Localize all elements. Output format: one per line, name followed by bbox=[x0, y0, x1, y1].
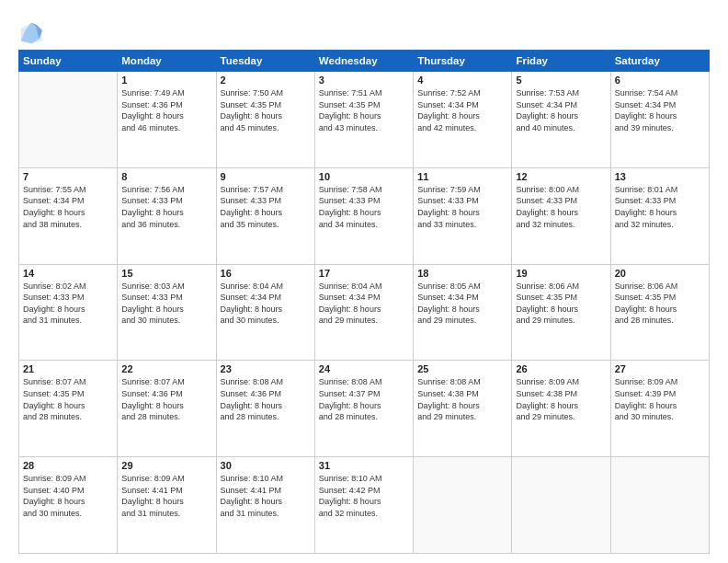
day-info: Sunrise: 8:01 AM Sunset: 4:33 PM Dayligh… bbox=[615, 184, 705, 230]
day-info: Sunrise: 7:53 AM Sunset: 4:34 PM Dayligh… bbox=[516, 87, 606, 133]
calendar-week-row: 21Sunrise: 8:07 AM Sunset: 4:35 PM Dayli… bbox=[19, 361, 710, 457]
day-info: Sunrise: 8:08 AM Sunset: 4:38 PM Dayligh… bbox=[417, 376, 507, 422]
day-info: Sunrise: 8:05 AM Sunset: 4:34 PM Dayligh… bbox=[417, 281, 507, 327]
day-info: Sunrise: 7:56 AM Sunset: 4:33 PM Dayligh… bbox=[121, 184, 211, 230]
calendar-cell: 29Sunrise: 8:09 AM Sunset: 4:41 PM Dayli… bbox=[118, 457, 216, 554]
calendar-table: SundayMondayTuesdayWednesdayThursdayFrid… bbox=[18, 50, 710, 554]
calendar-cell: 5Sunrise: 7:53 AM Sunset: 4:34 PM Daylig… bbox=[512, 72, 610, 168]
day-info: Sunrise: 8:10 AM Sunset: 4:41 PM Dayligh… bbox=[221, 473, 311, 519]
calendar-cell: 23Sunrise: 8:08 AM Sunset: 4:36 PM Dayli… bbox=[216, 361, 314, 457]
day-info: Sunrise: 7:51 AM Sunset: 4:35 PM Dayligh… bbox=[319, 87, 409, 133]
day-number: 1 bbox=[121, 75, 211, 86]
day-number: 31 bbox=[319, 460, 409, 471]
day-info: Sunrise: 7:58 AM Sunset: 4:33 PM Dayligh… bbox=[319, 184, 409, 230]
day-number: 12 bbox=[516, 171, 606, 182]
weekday-header: Friday bbox=[512, 51, 610, 72]
day-number: 30 bbox=[221, 460, 311, 471]
calendar-cell bbox=[414, 457, 512, 554]
day-number: 9 bbox=[221, 171, 311, 182]
calendar-cell: 12Sunrise: 8:00 AM Sunset: 4:33 PM Dayli… bbox=[512, 167, 610, 264]
calendar-cell: 10Sunrise: 7:58 AM Sunset: 4:33 PM Dayli… bbox=[314, 167, 413, 264]
day-number: 22 bbox=[121, 363, 211, 374]
day-info: Sunrise: 7:59 AM Sunset: 4:33 PM Dayligh… bbox=[417, 184, 507, 230]
day-number: 8 bbox=[121, 171, 211, 182]
day-number: 26 bbox=[516, 363, 606, 374]
calendar-cell: 18Sunrise: 8:05 AM Sunset: 4:34 PM Dayli… bbox=[414, 264, 512, 361]
calendar-cell: 30Sunrise: 8:10 AM Sunset: 4:41 PM Dayli… bbox=[216, 457, 314, 554]
day-info: Sunrise: 7:49 AM Sunset: 4:36 PM Dayligh… bbox=[121, 87, 211, 133]
calendar-cell bbox=[610, 457, 709, 554]
day-info: Sunrise: 8:10 AM Sunset: 4:42 PM Dayligh… bbox=[319, 473, 409, 519]
logo-icon bbox=[18, 20, 44, 46]
calendar-cell: 7Sunrise: 7:55 AM Sunset: 4:34 PM Daylig… bbox=[19, 167, 118, 264]
day-number: 15 bbox=[121, 268, 211, 279]
calendar-cell: 24Sunrise: 8:08 AM Sunset: 4:37 PM Dayli… bbox=[314, 361, 413, 457]
day-number: 27 bbox=[615, 363, 705, 374]
day-number: 17 bbox=[319, 268, 409, 279]
calendar-cell: 21Sunrise: 8:07 AM Sunset: 4:35 PM Dayli… bbox=[19, 361, 118, 457]
calendar-cell: 4Sunrise: 7:52 AM Sunset: 4:34 PM Daylig… bbox=[414, 72, 512, 168]
calendar-cell: 22Sunrise: 8:07 AM Sunset: 4:36 PM Dayli… bbox=[118, 361, 216, 457]
day-number: 2 bbox=[221, 75, 311, 86]
page: SundayMondayTuesdayWednesdayThursdayFrid… bbox=[0, 0, 728, 563]
day-info: Sunrise: 8:08 AM Sunset: 4:36 PM Dayligh… bbox=[221, 376, 311, 422]
day-number: 28 bbox=[23, 460, 113, 471]
weekday-header: Wednesday bbox=[314, 51, 413, 72]
day-info: Sunrise: 8:07 AM Sunset: 4:36 PM Dayligh… bbox=[121, 376, 211, 422]
day-number: 20 bbox=[615, 268, 705, 279]
calendar-cell: 14Sunrise: 8:02 AM Sunset: 4:33 PM Dayli… bbox=[19, 264, 118, 361]
day-info: Sunrise: 8:04 AM Sunset: 4:34 PM Dayligh… bbox=[221, 281, 311, 327]
day-number: 11 bbox=[417, 171, 507, 182]
day-info: Sunrise: 7:57 AM Sunset: 4:33 PM Dayligh… bbox=[221, 184, 311, 230]
header-row: SundayMondayTuesdayWednesdayThursdayFrid… bbox=[19, 51, 710, 72]
day-number: 21 bbox=[23, 363, 113, 374]
calendar-cell: 13Sunrise: 8:01 AM Sunset: 4:33 PM Dayli… bbox=[610, 167, 709, 264]
day-number: 25 bbox=[417, 363, 507, 374]
calendar-cell: 20Sunrise: 8:06 AM Sunset: 4:35 PM Dayli… bbox=[610, 264, 709, 361]
calendar-cell bbox=[19, 72, 118, 168]
calendar-cell: 9Sunrise: 7:57 AM Sunset: 4:33 PM Daylig… bbox=[216, 167, 314, 264]
calendar-cell: 11Sunrise: 7:59 AM Sunset: 4:33 PM Dayli… bbox=[414, 167, 512, 264]
calendar-cell: 25Sunrise: 8:08 AM Sunset: 4:38 PM Dayli… bbox=[414, 361, 512, 457]
calendar-week-row: 1Sunrise: 7:49 AM Sunset: 4:36 PM Daylig… bbox=[19, 72, 710, 168]
weekday-header: Thursday bbox=[414, 51, 512, 72]
weekday-header: Tuesday bbox=[216, 51, 314, 72]
day-number: 13 bbox=[615, 171, 705, 182]
day-number: 5 bbox=[516, 75, 606, 86]
day-info: Sunrise: 7:55 AM Sunset: 4:34 PM Dayligh… bbox=[23, 184, 113, 230]
calendar-cell: 3Sunrise: 7:51 AM Sunset: 4:35 PM Daylig… bbox=[314, 72, 413, 168]
day-info: Sunrise: 7:54 AM Sunset: 4:34 PM Dayligh… bbox=[615, 87, 705, 133]
calendar-cell: 31Sunrise: 8:10 AM Sunset: 4:42 PM Dayli… bbox=[314, 457, 413, 554]
calendar-cell: 15Sunrise: 8:03 AM Sunset: 4:33 PM Dayli… bbox=[118, 264, 216, 361]
day-number: 14 bbox=[23, 268, 113, 279]
calendar-cell bbox=[512, 457, 610, 554]
day-info: Sunrise: 8:09 AM Sunset: 4:41 PM Dayligh… bbox=[121, 473, 211, 519]
day-number: 19 bbox=[516, 268, 606, 279]
calendar-cell: 1Sunrise: 7:49 AM Sunset: 4:36 PM Daylig… bbox=[118, 72, 216, 168]
day-info: Sunrise: 8:07 AM Sunset: 4:35 PM Dayligh… bbox=[23, 376, 113, 422]
calendar-cell: 16Sunrise: 8:04 AM Sunset: 4:34 PM Dayli… bbox=[216, 264, 314, 361]
day-info: Sunrise: 8:09 AM Sunset: 4:38 PM Dayligh… bbox=[516, 376, 606, 422]
day-number: 6 bbox=[615, 75, 705, 86]
day-info: Sunrise: 8:02 AM Sunset: 4:33 PM Dayligh… bbox=[23, 281, 113, 327]
day-number: 7 bbox=[23, 171, 113, 182]
calendar-cell: 6Sunrise: 7:54 AM Sunset: 4:34 PM Daylig… bbox=[610, 72, 709, 168]
calendar-cell: 19Sunrise: 8:06 AM Sunset: 4:35 PM Dayli… bbox=[512, 264, 610, 361]
day-number: 10 bbox=[319, 171, 409, 182]
calendar-cell: 27Sunrise: 8:09 AM Sunset: 4:39 PM Dayli… bbox=[610, 361, 709, 457]
day-info: Sunrise: 7:52 AM Sunset: 4:34 PM Dayligh… bbox=[417, 87, 507, 133]
day-info: Sunrise: 8:09 AM Sunset: 4:39 PM Dayligh… bbox=[615, 376, 705, 422]
calendar-cell: 2Sunrise: 7:50 AM Sunset: 4:35 PM Daylig… bbox=[216, 72, 314, 168]
day-info: Sunrise: 8:00 AM Sunset: 4:33 PM Dayligh… bbox=[516, 184, 606, 230]
weekday-header: Sunday bbox=[19, 51, 118, 72]
calendar-cell: 28Sunrise: 8:09 AM Sunset: 4:40 PM Dayli… bbox=[19, 457, 118, 554]
day-info: Sunrise: 7:50 AM Sunset: 4:35 PM Dayligh… bbox=[221, 87, 311, 133]
calendar-cell: 26Sunrise: 8:09 AM Sunset: 4:38 PM Dayli… bbox=[512, 361, 610, 457]
logo bbox=[18, 20, 48, 46]
calendar-week-row: 7Sunrise: 7:55 AM Sunset: 4:34 PM Daylig… bbox=[19, 167, 710, 264]
day-number: 3 bbox=[319, 75, 409, 86]
calendar-cell: 8Sunrise: 7:56 AM Sunset: 4:33 PM Daylig… bbox=[118, 167, 216, 264]
calendar-cell: 17Sunrise: 8:04 AM Sunset: 4:34 PM Dayli… bbox=[314, 264, 413, 361]
day-info: Sunrise: 8:09 AM Sunset: 4:40 PM Dayligh… bbox=[23, 473, 113, 519]
day-info: Sunrise: 8:06 AM Sunset: 4:35 PM Dayligh… bbox=[516, 281, 606, 327]
